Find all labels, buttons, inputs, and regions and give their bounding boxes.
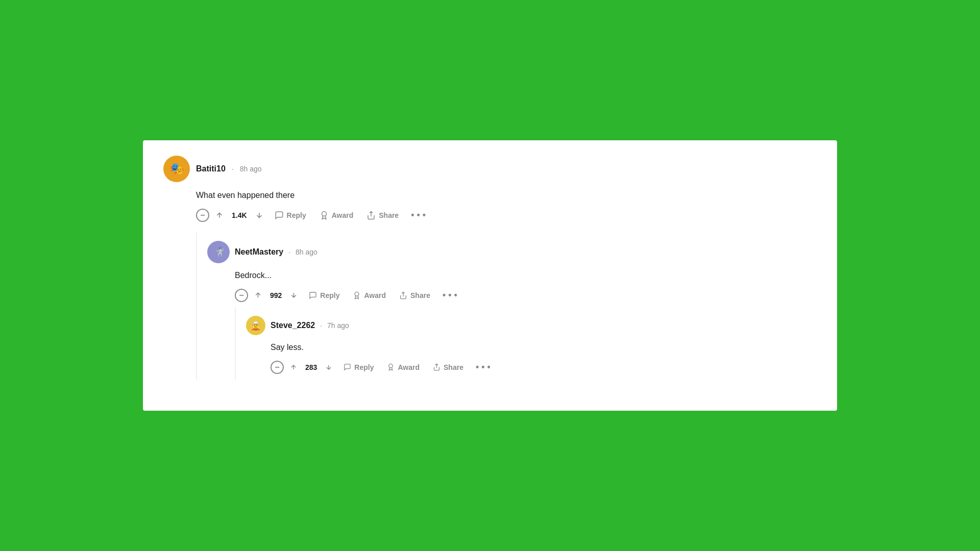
downvote-button-neetmastery[interactable] <box>287 289 301 301</box>
share-button-batiti10[interactable]: Share <box>361 208 404 223</box>
comment-text-steve2262: Say less. <box>271 341 817 354</box>
collapse-icon: − <box>200 211 205 220</box>
share-button-neetmastery[interactable]: Share <box>394 288 435 303</box>
thread-line-1 <box>196 233 197 380</box>
thread-line-2 <box>235 308 236 380</box>
upvote-button-steve2262[interactable] <box>287 362 300 373</box>
upvote-button-batiti10[interactable] <box>212 209 227 221</box>
more-icon: • • • <box>411 210 426 220</box>
award-button-steve2262[interactable]: Award <box>382 360 425 374</box>
share-icon <box>433 363 440 371</box>
award-button-neetmastery[interactable]: Award <box>348 288 391 303</box>
svg-point-0 <box>322 211 326 216</box>
reply-button-batiti10[interactable]: Reply <box>270 208 311 223</box>
collapse-icon: − <box>275 363 279 372</box>
avatar-steve2262: 🧝 <box>246 316 265 335</box>
upvote-icon <box>254 291 262 299</box>
username-neetmastery[interactable]: NeetMastery <box>235 247 283 257</box>
avatar-batiti10: 🎭 <box>163 156 190 182</box>
vote-count-neetmastery: 992 <box>268 291 284 299</box>
username-batiti10[interactable]: Batiti10 <box>196 164 226 173</box>
downvote-icon <box>290 291 298 299</box>
timestamp-steve2262: 7h ago <box>327 321 349 330</box>
upvote-button-neetmastery[interactable] <box>251 289 265 301</box>
reply-icon <box>344 363 351 371</box>
comment-text-neetmastery: Bedrock... <box>235 269 817 282</box>
upvote-icon <box>290 364 297 371</box>
more-button-batiti10[interactable]: • • • <box>407 207 430 223</box>
vote-count-batiti10: 1.4K <box>230 211 249 219</box>
upvote-icon <box>215 211 224 219</box>
reply-button-neetmastery[interactable]: Reply <box>304 288 345 303</box>
svg-point-2 <box>355 292 359 296</box>
comment-steve2262: 🧝 Steve_2262 · 7h ago Say less. <box>246 316 817 375</box>
collapse-button-neetmastery[interactable]: − <box>235 289 248 302</box>
comment-batiti10: 🎭 Batiti10 · 8h ago What even happened t… <box>163 156 817 380</box>
comment-header: 🎭 Batiti10 · 8h ago <box>163 156 817 182</box>
comment-text-batiti10: What even happened there <box>196 189 817 202</box>
reply-button-steve2262[interactable]: Reply <box>338 360 379 374</box>
award-button-batiti10[interactable]: Award <box>314 208 359 223</box>
award-icon <box>387 363 395 371</box>
collapse-button-steve2262[interactable]: − <box>271 361 284 374</box>
downvote-icon <box>325 364 332 371</box>
action-bar-steve2262: − 283 <box>271 359 817 375</box>
downvote-button-batiti10[interactable] <box>252 209 266 221</box>
collapse-button-batiti10[interactable]: − <box>196 209 209 222</box>
share-icon <box>366 211 376 220</box>
comment-neetmastery: 🤺 NeetMastery · 8h ago Bedrock... − <box>207 241 817 380</box>
action-bar-neetmastery: − 992 Reply <box>235 287 817 304</box>
collapse-icon: − <box>239 291 243 300</box>
reply-body-steve2262: Say less. − 28 <box>271 341 817 375</box>
avatar-neetmastery: 🤺 <box>207 241 230 263</box>
comment-body-batiti10: What even happened there − 1.4K Reply <box>196 189 817 228</box>
share-button-steve2262[interactable]: Share <box>428 360 469 374</box>
reply-thread-1: 🤺 NeetMastery · 8h ago Bedrock... − <box>196 233 817 380</box>
award-icon <box>353 291 361 299</box>
more-button-neetmastery[interactable]: • • • <box>438 287 461 304</box>
svg-point-4 <box>389 364 393 368</box>
reply-icon <box>275 211 284 220</box>
reply-body-neetmastery: Bedrock... − 992 <box>235 269 817 304</box>
username-steve2262[interactable]: Steve_2262 <box>271 321 315 330</box>
reply-header-neetmastery: 🤺 NeetMastery · 8h ago <box>207 241 817 263</box>
more-icon: • • • <box>476 362 491 372</box>
more-button-steve2262[interactable]: • • • <box>472 359 495 375</box>
reply-icon <box>309 291 317 299</box>
comments-card: 🎭 Batiti10 · 8h ago What even happened t… <box>143 140 837 411</box>
more-icon: • • • <box>443 290 457 300</box>
reply-header-steve2262: 🧝 Steve_2262 · 7h ago <box>246 316 817 335</box>
award-icon <box>320 211 329 220</box>
action-bar-batiti10: − 1.4K Reply Award <box>196 207 817 223</box>
thread-content-1: 🤺 NeetMastery · 8h ago Bedrock... − <box>207 233 817 380</box>
downvote-icon <box>255 211 263 219</box>
timestamp-neetmastery: 8h ago <box>296 248 317 256</box>
share-icon <box>399 291 407 299</box>
timestamp-batiti10: 8h ago <box>240 165 262 173</box>
reply-thread-2: 🧝 Steve_2262 · 7h ago Say less. <box>235 308 817 380</box>
vote-count-steve2262: 283 <box>303 363 319 371</box>
downvote-button-steve2262[interactable] <box>322 362 335 373</box>
